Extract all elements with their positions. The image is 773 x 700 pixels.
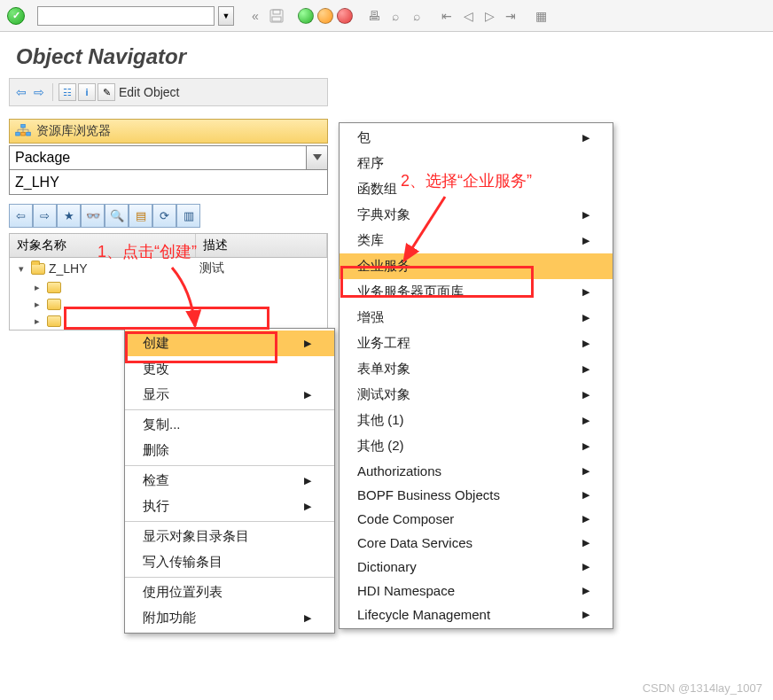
menu-item[interactable]: 附加功能▶ (125, 605, 334, 631)
menu-item[interactable]: 字典对象▶ (340, 202, 613, 228)
command-field[interactable] (37, 6, 215, 26)
last-page-icon[interactable]: ⇥ (502, 7, 519, 25)
submenu-arrow-icon: ▶ (304, 612, 311, 624)
submenu-arrow-icon: ▶ (304, 501, 311, 512)
submenu-arrow-icon: ▶ (582, 286, 590, 298)
folder-icon (47, 315, 61, 327)
submenu-arrow-icon: ▶ (582, 537, 590, 548)
menu-item[interactable]: 表单对象▶ (340, 356, 613, 382)
submenu-arrow-icon: ▶ (582, 209, 590, 221)
menu-item[interactable]: Authorizations▶ (340, 459, 613, 483)
browser-type-select[interactable]: Package (9, 145, 307, 170)
new-session-icon[interactable]: ▦ (532, 7, 550, 25)
prev-page-icon[interactable]: ◁ (459, 7, 477, 25)
expand-toggle-icon[interactable]: ▸ (31, 282, 43, 293)
menu-item[interactable]: 包▶ (340, 125, 613, 151)
browser-type-dropdown-icon[interactable] (307, 145, 328, 170)
svg-rect-4 (16, 132, 20, 136)
watermark: CSDN @1314lay_1007 (643, 681, 762, 695)
display-icon[interactable]: 👓 (81, 204, 105, 228)
cancel-icon[interactable] (337, 8, 353, 24)
expand-toggle-icon[interactable]: ▸ (31, 299, 43, 310)
menu-item[interactable]: 显示对象目录条目 (125, 524, 334, 549)
submenu-arrow-icon: ▶ (582, 489, 590, 501)
menu-item[interactable]: 写入传输条目 (125, 549, 334, 575)
package-name-input[interactable]: Z_LHY (9, 170, 328, 195)
menu-item[interactable]: Lifecycle Management▶ (340, 603, 613, 626)
menu-item[interactable]: 删除 (125, 438, 334, 463)
submenu-arrow-icon: ▶ (304, 338, 311, 349)
menu-item[interactable]: 增强▶ (340, 305, 613, 331)
menu-item[interactable]: 检查▶ (125, 468, 334, 494)
hierarchy-icon[interactable]: ☷ (59, 83, 76, 101)
menu-item[interactable]: 其他 (2)▶ (340, 433, 613, 459)
find-next-icon[interactable]: ⌕ (408, 7, 426, 25)
nav-back-icon[interactable]: ⇦ (13, 84, 29, 100)
submenu-arrow-icon: ▶ (582, 465, 590, 477)
menu-item[interactable]: 使用位置列表 (125, 579, 334, 605)
find-icon[interactable]: ⌕ (386, 7, 404, 25)
where-used-icon[interactable]: 🔍 (105, 204, 129, 228)
menu-item[interactable]: 复制... (125, 412, 334, 438)
submenu-arrow-icon: ▶ (582, 561, 590, 572)
submenu-arrow-icon: ▶ (582, 609, 590, 620)
next-page-icon[interactable]: ▷ (480, 7, 498, 25)
expand-icon[interactable]: ▤ (129, 204, 152, 228)
menu-item[interactable]: 企业服务 (340, 253, 613, 279)
menu-item[interactable]: 业务工程▶ (340, 331, 613, 356)
menu-item[interactable]: 显示▶ (125, 382, 334, 408)
submenu-arrow-icon: ▶ (304, 389, 311, 401)
expand-toggle-icon[interactable]: ▸ (31, 315, 43, 327)
favorites-icon[interactable]: ★ (57, 204, 81, 228)
edit-object-label[interactable]: Edit Object (119, 85, 179, 99)
collapse-icon[interactable]: ▥ (176, 204, 200, 228)
nav-right-icon[interactable]: ⇨ (33, 204, 57, 228)
enter-icon[interactable] (7, 7, 25, 25)
nav-forward-icon[interactable]: ⇨ (31, 84, 47, 100)
submenu-arrow-icon: ▶ (582, 338, 590, 349)
tree-toolbar: ⇦ ⇨ ★ 👓 🔍 ▤ ⟳ ▥ (9, 204, 328, 228)
save-icon[interactable] (268, 7, 285, 25)
annotation-text-2: 2、选择“企业服务” (401, 170, 532, 191)
menu-item[interactable]: Dictionary▶ (340, 555, 613, 579)
menu-item[interactable]: 其他 (1)▶ (340, 408, 613, 433)
submenu-arrow-icon: ▶ (582, 440, 590, 452)
svg-rect-1 (273, 10, 280, 14)
back-icon[interactable] (298, 8, 314, 24)
edit-object-icon[interactable]: ✎ (98, 83, 115, 101)
refresh-icon[interactable]: ⟳ (152, 204, 176, 228)
command-dropdown[interactable]: ▼ (218, 6, 234, 26)
navigator-toolbar: ⇦ ⇨ ☷ i ✎ Edit Object (9, 78, 328, 106)
annotation-arrow-icon (165, 264, 218, 335)
folder-icon (47, 282, 61, 293)
svg-rect-6 (27, 132, 31, 136)
submenu-arrow-icon: ▶ (582, 415, 590, 426)
submenu-arrow-icon: ▶ (304, 475, 311, 486)
info-icon[interactable]: i (78, 83, 96, 101)
hierarchy-icon (15, 124, 31, 139)
context-menu-create-submenu[interactable]: 包▶程序函数组字典对象▶类库▶企业服务业务服务器页面库▶增强▶业务工程▶表单对象… (339, 122, 613, 629)
back-double-icon[interactable]: « (246, 7, 264, 25)
print-icon[interactable]: 🖶 (365, 7, 383, 25)
menu-item[interactable]: 业务服务器页面库▶ (340, 279, 613, 305)
submenu-arrow-icon: ▶ (582, 363, 590, 375)
menu-item[interactable]: 类库▶ (340, 228, 613, 253)
submenu-arrow-icon: ▶ (582, 513, 590, 525)
submenu-arrow-icon: ▶ (582, 132, 590, 144)
collapse-toggle-icon[interactable]: ▾ (15, 263, 27, 275)
menu-item[interactable]: Code Composer▶ (340, 507, 613, 531)
menu-item[interactable]: 测试对象▶ (340, 382, 613, 408)
menu-item[interactable]: HDI Namespace▶ (340, 579, 613, 603)
annotation-arrow-icon (394, 193, 456, 268)
nav-left-icon[interactable]: ⇦ (9, 204, 33, 228)
menu-item[interactable]: 执行▶ (125, 494, 334, 519)
exit-icon[interactable] (317, 8, 333, 24)
menu-item[interactable]: Core Data Services▶ (340, 531, 613, 555)
first-page-icon[interactable]: ⇤ (438, 7, 456, 25)
menu-item[interactable]: 创建▶ (125, 331, 334, 356)
folder-open-icon (31, 263, 45, 275)
menu-item[interactable]: 更改 (125, 356, 334, 382)
menu-item[interactable]: BOPF Business Objects▶ (340, 483, 613, 507)
context-menu-object[interactable]: 创建▶更改显示▶复制...删除检查▶执行▶显示对象目录条目写入传输条目使用位置列… (124, 328, 335, 634)
submenu-arrow-icon: ▶ (582, 235, 590, 246)
